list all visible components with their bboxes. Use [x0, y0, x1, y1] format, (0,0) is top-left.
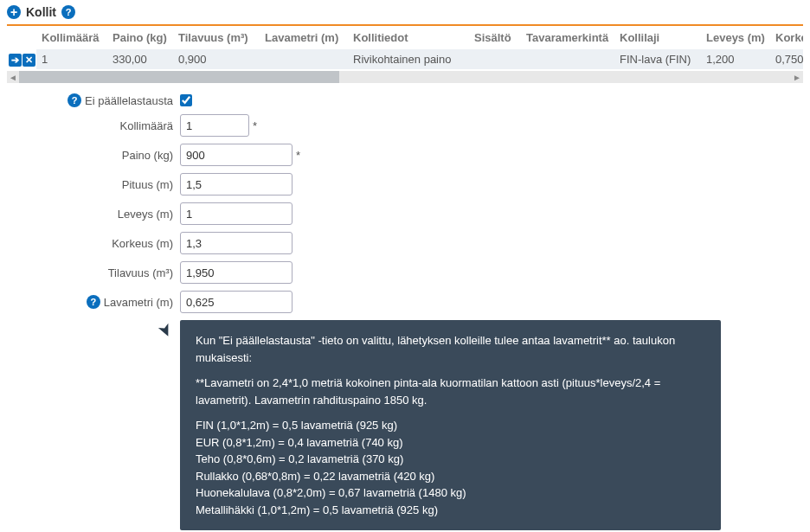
tilavuus-label: Tilavuus (m³)	[108, 266, 173, 279]
cell-korkeus: 0,750	[770, 49, 803, 69]
ei-paallelastausta-label: Ei päällelastausta	[85, 94, 173, 107]
col-lavametri: Lavametri (m)	[260, 26, 348, 49]
tooltip-p1: Kun "Ei päällelastausta" -tieto on valit…	[196, 332, 705, 366]
tooltip-line: Rullakko (0,68*0,8m) = 0,22 lavametriä (…	[196, 468, 705, 485]
scroll-right-icon[interactable]: ►	[791, 71, 803, 83]
pituus-label: Pituus (m)	[122, 178, 173, 191]
leveys-input[interactable]	[180, 202, 292, 225]
col-korkeus: Korkeus	[770, 26, 803, 49]
scrollbar-thumb[interactable]	[19, 71, 339, 83]
tooltip-box: Kun "Ei päällelastausta" -tieto on valit…	[180, 320, 721, 530]
paino-input[interactable]	[180, 144, 292, 166]
col-leveys: Leveys (m)	[701, 26, 770, 49]
pituus-input[interactable]	[180, 173, 292, 195]
cell-kollilaji: FIN-lava (FIN)	[614, 49, 701, 69]
add-kolli-button[interactable]: +	[7, 5, 21, 19]
tooltip-pointer-icon: ➤	[7, 320, 180, 341]
tooltip-line: EUR (0,8*1,2m) = 0,4 lavametriä (740 kg)	[196, 434, 705, 452]
korkeus-label: Korkeus (m)	[112, 237, 173, 250]
col-paino: Paino (kg)	[107, 26, 173, 49]
kollit-table: Kollimäärä Paino (kg) Tilavuus (m³) Lava…	[7, 26, 803, 83]
section-title: Kollit	[26, 5, 56, 19]
korkeus-input[interactable]	[180, 232, 292, 254]
tooltip-line: Huonekalulava (0,8*2,0m) = 0,67 lavametr…	[196, 484, 705, 502]
tooltip-line: Teho (0,8*0,6m) = 0,2 lavametriä (370 kg…	[196, 451, 705, 468]
col-sisalto: Sisältö	[469, 26, 521, 49]
tooltip-line: FIN (1,0*1,2m) = 0,5 lavametriä (925 kg)	[196, 417, 705, 434]
scroll-left-icon[interactable]: ◄	[7, 71, 19, 83]
cell-kollitiedot: Rivikohtainen paino	[348, 49, 469, 69]
cell-lavametri	[260, 49, 348, 69]
cell-tilavuus: 0,900	[173, 49, 260, 69]
col-tavaramerkinta: Tavaramerkintä	[521, 26, 614, 49]
row-delete-button[interactable]: ✕	[22, 54, 35, 67]
cell-paino: 330,00	[107, 49, 173, 69]
kollimaara-input[interactable]	[180, 114, 249, 137]
required-mark: *	[296, 149, 300, 162]
tooltip-p2: **Lavametri on 2,4*1,0 metriä kokoinen p…	[196, 375, 705, 408]
kollimaara-label: Kollimäärä	[120, 119, 173, 132]
cell-leveys: 1,200	[701, 49, 770, 69]
col-kollimaara: Kollimäärä	[36, 26, 107, 49]
help-icon-paallelastausta[interactable]: ?	[68, 93, 81, 107]
lavametri-label: Lavametri (m)	[104, 296, 173, 309]
help-icon[interactable]: ?	[61, 5, 75, 19]
row-edit-button[interactable]: ➔	[9, 54, 22, 67]
tooltip-line: Metallihäkki (1,0*1,2m) = 0,5 lavametriä…	[196, 502, 705, 519]
table-row[interactable]: ➔✕ 1 330,00 0,900 Rivikohtainen paino FI…	[7, 49, 803, 69]
required-mark: *	[253, 119, 257, 132]
horizontal-scrollbar[interactable]: ◄ ►	[7, 71, 803, 83]
lavametri-input[interactable]	[180, 291, 292, 313]
cell-kollimaara: 1	[36, 49, 107, 69]
help-icon-lavametri[interactable]: ?	[87, 295, 100, 309]
tilavuus-input[interactable]	[180, 261, 292, 284]
col-kollilaji: Kollilaji	[614, 26, 701, 49]
col-kollitiedot: Kollitiedot	[348, 26, 469, 49]
cell-tavaramerkinta	[521, 49, 614, 69]
cell-sisalto	[469, 49, 521, 69]
col-tilavuus: Tilavuus (m³)	[173, 26, 260, 49]
ei-paallelastausta-checkbox[interactable]	[180, 94, 192, 106]
leveys-label: Leveys (m)	[118, 208, 173, 221]
paino-label: Paino (kg)	[122, 149, 173, 162]
